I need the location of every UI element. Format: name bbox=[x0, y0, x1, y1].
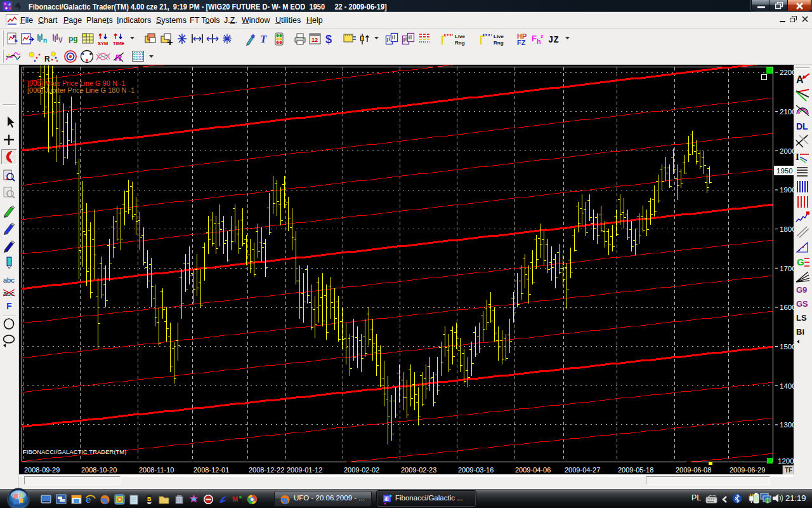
svg-text:Live: Live bbox=[494, 34, 504, 39]
svg-text:2009-02-02: 2009-02-02 bbox=[344, 466, 379, 474]
svg-text:1900: 1900 bbox=[780, 186, 794, 194]
svg-text:2009-06-29: 2009-06-29 bbox=[730, 466, 765, 474]
svg-text:FIBONACCI/GALACTIC TRADER(TM): FIBONACCI/GALACTIC TRADER(TM) bbox=[23, 448, 126, 455]
svg-text:A: A bbox=[796, 74, 804, 85]
svg-text:1400: 1400 bbox=[780, 382, 794, 390]
svg-text:Rng: Rng bbox=[494, 40, 504, 46]
svg-text:FZ: FZ bbox=[517, 39, 526, 46]
svg-text:JZ: JZ bbox=[548, 35, 559, 45]
svg-text:LS: LS bbox=[796, 313, 807, 323]
svg-text:2008-10-20: 2008-10-20 bbox=[81, 466, 117, 474]
svg-text:4: 4 bbox=[384, 496, 388, 502]
svg-text:I: I bbox=[796, 152, 799, 162]
svg-text:DL: DL bbox=[796, 121, 808, 131]
svg-text:2009-04-27: 2009-04-27 bbox=[565, 466, 600, 474]
svg-text:[006] Jupiter Price Line G 180: [006] Jupiter Price Line G 180 N -1 bbox=[27, 86, 134, 94]
svg-text:2008-09-29: 2008-09-29 bbox=[24, 466, 60, 474]
svg-text:z: z bbox=[540, 33, 544, 39]
svg-text:abc: abc bbox=[3, 276, 15, 284]
svg-text:1300: 1300 bbox=[780, 421, 794, 429]
svg-text:R: R bbox=[44, 55, 50, 64]
svg-text:12: 12 bbox=[311, 37, 318, 43]
svg-text:1600: 1600 bbox=[780, 304, 794, 311]
svg-text:V: V bbox=[58, 37, 63, 44]
svg-text:Live: Live bbox=[455, 34, 466, 39]
svg-text:$: $ bbox=[325, 33, 332, 46]
svg-text:1200: 1200 bbox=[778, 457, 794, 465]
svg-text:2009-03-16: 2009-03-16 bbox=[458, 466, 494, 474]
svg-text:2008-12-22: 2008-12-22 bbox=[249, 466, 284, 474]
svg-text:2009-05-18: 2009-05-18 bbox=[618, 466, 653, 474]
svg-text:2008-12-01: 2008-12-01 bbox=[193, 466, 229, 474]
svg-text:Bi: Bi bbox=[796, 327, 804, 337]
svg-text:GS: GS bbox=[796, 299, 808, 309]
svg-text:F: F bbox=[6, 301, 12, 311]
svg-text:F: F bbox=[532, 34, 537, 43]
svg-text:1500: 1500 bbox=[780, 343, 794, 351]
svg-text:pg: pg bbox=[69, 34, 78, 43]
svg-text:1950: 1950 bbox=[776, 167, 793, 175]
svg-text:2000: 2000 bbox=[780, 147, 794, 155]
svg-text:B: B bbox=[147, 496, 152, 502]
svg-text:2009-04-06: 2009-04-06 bbox=[515, 466, 551, 474]
svg-text:G: G bbox=[797, 257, 804, 267]
svg-text:2008-11-10: 2008-11-10 bbox=[139, 466, 174, 474]
svg-text:TIME: TIME bbox=[113, 41, 124, 46]
svg-text:TF: TF bbox=[785, 467, 792, 474]
svg-text:G9: G9 bbox=[796, 285, 807, 295]
svg-text:Rng: Rng bbox=[455, 40, 465, 46]
svg-text:2100: 2100 bbox=[780, 108, 794, 116]
svg-text:T: T bbox=[260, 33, 267, 45]
svg-text:E: E bbox=[15, 38, 18, 43]
svg-text:1800: 1800 bbox=[780, 225, 794, 233]
svg-text:1700: 1700 bbox=[780, 265, 794, 272]
svg-text:2009-06-08: 2009-06-08 bbox=[676, 466, 711, 474]
svg-text:n: n bbox=[43, 37, 47, 44]
svg-text:R: R bbox=[115, 52, 122, 63]
svg-text:SYM: SYM bbox=[98, 41, 108, 46]
svg-text:2009-02-23: 2009-02-23 bbox=[401, 466, 436, 474]
svg-text:2009-01-12: 2009-01-12 bbox=[287, 466, 322, 474]
svg-text:2200: 2200 bbox=[780, 69, 794, 76]
